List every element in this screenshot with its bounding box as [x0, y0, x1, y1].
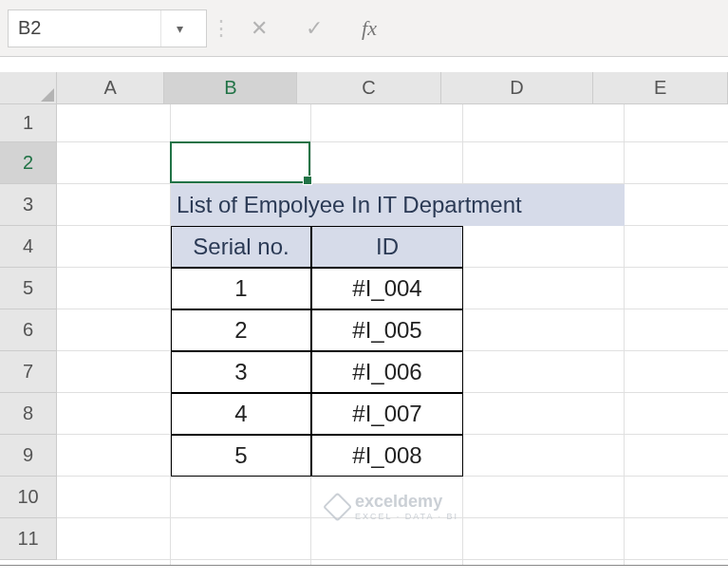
ribbon-gap	[0, 57, 728, 72]
watermark: exceldemyEXCEL · DATA · BI	[327, 492, 458, 521]
row-header-3[interactable]: 3	[0, 184, 56, 226]
insert-function-button[interactable]: fx	[345, 9, 393, 47]
chevron-down-icon: ▾	[177, 21, 183, 36]
watermark-logo-icon	[323, 492, 352, 521]
row-header-11[interactable]: 11	[0, 518, 56, 560]
row-header-7[interactable]: 7	[0, 351, 56, 393]
cell-id-2[interactable]: #I_005	[311, 309, 463, 351]
fx-icon: fx	[362, 16, 377, 41]
watermark-subtext: EXCEL · DATA · BI	[355, 512, 458, 521]
row-header-4[interactable]: 4	[0, 226, 56, 268]
spreadsheet-grid: ABCDE 1234567891011 List of Empolyee In …	[0, 72, 728, 580]
row-header-8[interactable]: 8	[0, 393, 56, 435]
column-header-A[interactable]: A	[57, 72, 164, 103]
cell-id-5[interactable]: #I_008	[311, 435, 463, 477]
cell-serial-1[interactable]: 1	[171, 268, 311, 309]
row-header-6[interactable]: 6	[0, 309, 56, 351]
cell-id-1[interactable]: #I_004	[311, 268, 463, 309]
cancel-button[interactable]: ✕	[235, 9, 283, 47]
row-header-2[interactable]: 2	[0, 142, 56, 184]
enter-button[interactable]: ✓	[290, 9, 338, 47]
cell-serial-4[interactable]: 4	[171, 393, 311, 435]
bottom-border	[0, 565, 728, 580]
row-header-5[interactable]: 5	[0, 268, 56, 309]
name-box[interactable]: ▾	[8, 9, 207, 47]
cancel-icon: ✕	[251, 16, 268, 41]
cell-serial-3[interactable]: 3	[171, 351, 311, 393]
column-header-C[interactable]: C	[297, 72, 440, 103]
formula-input[interactable]	[393, 9, 720, 47]
cell-id-4[interactable]: #I_007	[311, 393, 463, 435]
divider: ⋮	[215, 9, 228, 47]
column-header-id[interactable]: ID	[311, 226, 463, 268]
column-header-D[interactable]: D	[441, 72, 594, 103]
column-header-serial[interactable]: Serial no.	[171, 226, 311, 268]
row-header-9[interactable]: 9	[0, 435, 56, 477]
column-header-E[interactable]: E	[593, 72, 728, 103]
name-box-dropdown[interactable]: ▾	[160, 10, 198, 47]
watermark-text: exceldemy	[355, 492, 442, 511]
formula-bar: ▾ ⋮ ✕ ✓ fx	[0, 0, 728, 57]
check-icon: ✓	[306, 16, 323, 41]
cell-id-3[interactable]: #I_006	[311, 351, 463, 393]
row-header-1[interactable]: 1	[0, 104, 56, 142]
cell-serial-5[interactable]: 5	[171, 435, 311, 477]
column-header-B[interactable]: B	[164, 72, 297, 103]
row-header-10[interactable]: 10	[0, 477, 56, 518]
table-title[interactable]: List of Empolyee In IT Department	[171, 184, 625, 226]
cells-area[interactable]: List of Empolyee In IT DepartmentSerial …	[57, 104, 728, 580]
column-headers: ABCDE	[57, 72, 728, 104]
select-all-button[interactable]	[0, 72, 57, 104]
name-box-input[interactable]	[9, 17, 160, 39]
active-cell-outline	[170, 141, 310, 183]
row-headers: 1234567891011	[0, 104, 57, 560]
cell-serial-2[interactable]: 2	[171, 309, 311, 351]
